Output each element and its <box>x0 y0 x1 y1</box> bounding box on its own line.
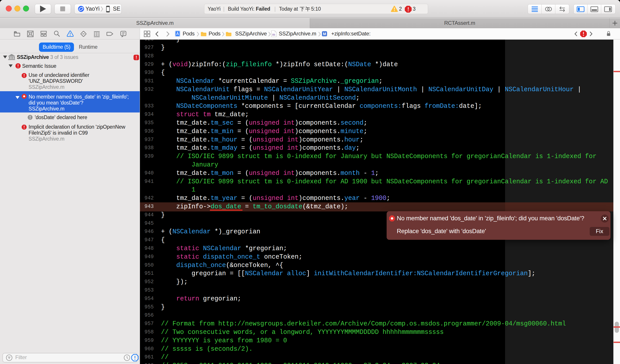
svg-text:M: M <box>323 32 326 36</box>
svg-text:m: m <box>272 32 275 37</box>
